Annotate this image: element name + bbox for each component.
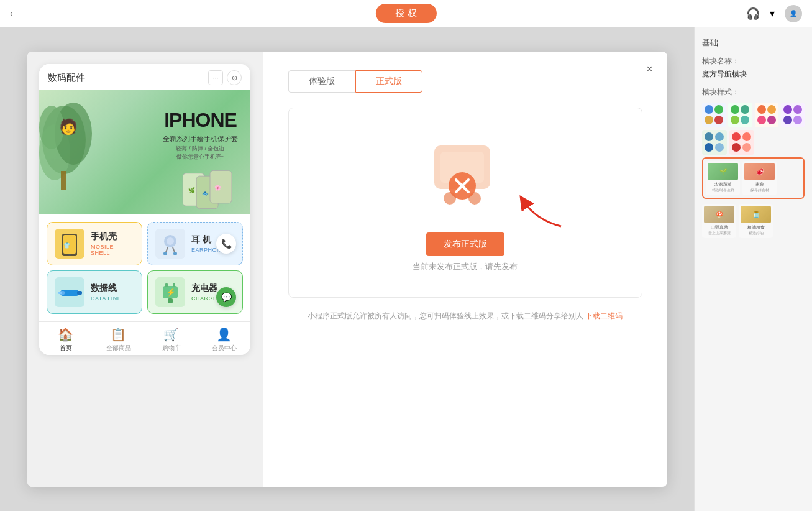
svg-point-22 bbox=[173, 252, 177, 255]
top-bar-left: ‹ bbox=[10, 9, 12, 18]
svg-rect-26 bbox=[77, 291, 82, 295]
selected-style-inner: 🌱 农家蔬菜 精选时令生鲜 🥩 家鲁 探寻好食材 bbox=[706, 161, 801, 195]
module-name-label: 模块名称： bbox=[702, 56, 805, 67]
target-icon[interactable]: ⊙ bbox=[227, 70, 242, 85]
svg-rect-30 bbox=[165, 283, 168, 287]
bottom-nav-home[interactable]: 🏠 首页 bbox=[39, 327, 92, 352]
style-card-oil-label1: 粮油粮食 bbox=[741, 224, 771, 231]
cart-icon: 🛒 bbox=[163, 327, 179, 342]
style-option-4[interactable] bbox=[781, 103, 805, 127]
style-option-3[interactable] bbox=[755, 103, 778, 127]
svg-rect-32 bbox=[168, 298, 173, 303]
top-bar-center: 授 权 bbox=[375, 4, 436, 23]
chevron-down-icon: ▾ bbox=[770, 7, 775, 19]
style-o3-c2 bbox=[767, 105, 776, 114]
float-phone-icon[interactable]: 📞 bbox=[216, 234, 236, 254]
content-panel: 体验版 正式版 bbox=[263, 52, 667, 487]
style-o6-c4 bbox=[742, 143, 751, 152]
style-o5-c2 bbox=[715, 132, 724, 141]
phone-header: 数码配件 ··· ⊙ bbox=[39, 64, 250, 90]
svg-rect-31 bbox=[173, 283, 175, 287]
preview-box: 发布正式版 当前未发布正式版，请先发布 bbox=[288, 108, 642, 298]
banner-tree-decoration bbox=[39, 90, 114, 190]
style-grid-row2 bbox=[702, 130, 805, 155]
banner-text-area: IPHONE 全新系列手绘手机保护套 轻薄 / 防摔 / 全包边 做你怎意心手机… bbox=[163, 109, 238, 161]
more-icon[interactable]: ··· bbox=[208, 70, 223, 85]
avatar[interactable]: 👤 bbox=[785, 5, 802, 22]
nav-item-mobile-shell-subtitle: MOBILE SHELL bbox=[91, 244, 134, 256]
style-o2-c4 bbox=[741, 116, 749, 124]
nav-item-charger-img: ⚡ bbox=[155, 277, 185, 307]
nav-item-data-line-subtitle: DATA LINE bbox=[91, 295, 134, 302]
authorize-button[interactable]: 授 权 bbox=[375, 4, 436, 23]
style-o3-c3 bbox=[757, 116, 766, 124]
nav-item-charger[interactable]: ⚡ 充电器 CHARGER 💬 bbox=[147, 270, 243, 314]
style-circle-green bbox=[714, 105, 723, 114]
style-o6-c2 bbox=[742, 132, 751, 141]
publish-button[interactable]: 发布正式版 bbox=[426, 232, 504, 256]
phone-mockup: 数码配件 ··· ⊙ bbox=[39, 64, 250, 355]
headphone-icon[interactable]: 🎧 bbox=[746, 7, 760, 21]
nav-item-mobile-shell[interactable]: 👕 手机壳 MOBILE SHELL bbox=[47, 222, 142, 265]
action-area: 发布正式版 当前未发布正式版，请先发布 bbox=[413, 232, 518, 272]
tab-trial[interactable]: 体验版 bbox=[288, 70, 355, 93]
right-panel: 基础 模块名称： 魔方导航模块 模块样式： bbox=[694, 27, 812, 511]
cart-label: 购物车 bbox=[162, 344, 181, 352]
bottom-nav-cart[interactable]: 🛒 购物车 bbox=[145, 327, 198, 352]
banner-girl-icon: 🧑 bbox=[59, 118, 78, 136]
style-card-oil-label2: 精选好油 bbox=[741, 231, 771, 236]
style-o4-c1 bbox=[783, 105, 792, 114]
error-cart-svg bbox=[416, 133, 515, 220]
nav-item-earphone[interactable]: 耳 机 EARPHONE 📞 bbox=[147, 222, 243, 265]
tab-official[interactable]: 正式版 bbox=[355, 70, 422, 93]
float-wechat-icon[interactable]: 💬 bbox=[216, 287, 236, 307]
style-option-5[interactable] bbox=[702, 130, 727, 155]
style-card-farm: 🌱 农家蔬菜 精选时令生鲜 bbox=[706, 161, 740, 195]
svg-point-14 bbox=[68, 254, 71, 256]
back-chevron-icon[interactable]: ‹ bbox=[10, 9, 12, 18]
products-label: 全部商品 bbox=[106, 344, 131, 352]
style-o2-c1 bbox=[731, 105, 739, 114]
style-card-farm-label2: 精选时令生鲜 bbox=[708, 188, 738, 193]
style-o4-c4 bbox=[793, 116, 802, 124]
phone-header-icons: ··· ⊙ bbox=[208, 70, 242, 85]
top-bar-right: 🎧 ▾ 👤 bbox=[746, 5, 802, 22]
style-circle-red bbox=[714, 116, 723, 124]
svg-point-21 bbox=[163, 252, 167, 255]
style-option-6[interactable] bbox=[729, 130, 754, 155]
banner-phone-cases-icon: 🌿 🐟 🌸 bbox=[176, 168, 244, 211]
svg-text:🐟: 🐟 bbox=[202, 190, 209, 197]
svg-point-18 bbox=[167, 237, 174, 245]
selected-style-card[interactable]: 🌱 农家蔬菜 精选时令生鲜 🥩 家鲁 探寻好食材 bbox=[702, 157, 805, 199]
style-o4-c2 bbox=[793, 105, 802, 114]
nav-item-data-line[interactable]: 数据线 DATA LINE bbox=[47, 270, 142, 314]
svg-text:⚡: ⚡ bbox=[167, 287, 176, 297]
style-o3-c4 bbox=[767, 116, 776, 124]
error-illustration bbox=[416, 133, 515, 220]
bottom-nav-member[interactable]: 👤 会员中心 bbox=[198, 327, 250, 352]
style-card-farm-img: 🌱 bbox=[708, 163, 738, 180]
publish-status-text: 当前未发布正式版，请先发布 bbox=[413, 261, 518, 272]
style-o6-c3 bbox=[732, 143, 741, 152]
nav-item-data-line-img bbox=[55, 277, 84, 307]
style-option-1[interactable] bbox=[702, 103, 726, 127]
info-text-content: 小程序正式版允许被所有人访问，您可扫码体验线上效果，或下载二维码分享给别人 bbox=[308, 311, 583, 320]
home-label: 首页 bbox=[60, 344, 72, 352]
svg-text:🌿: 🌿 bbox=[188, 186, 195, 194]
style-o2-c2 bbox=[741, 105, 749, 114]
download-qrcode-link[interactable]: 下载二维码 bbox=[585, 311, 623, 320]
modal-dialog: × 数码配件 ··· ⊙ bbox=[27, 52, 667, 487]
style-option-2[interactable] bbox=[728, 103, 752, 127]
close-button[interactable]: × bbox=[641, 60, 659, 78]
bottom-nav: 🏠 首页 📋 全部商品 🛒 购物车 👤 会员中心 bbox=[39, 321, 250, 355]
svg-text:👕: 👕 bbox=[63, 242, 71, 249]
bottom-nav-products[interactable]: 📋 全部商品 bbox=[92, 327, 145, 352]
member-label: 会员中心 bbox=[212, 344, 237, 352]
style-card-mushroom: 🍄 山野真菌 登上山采蘑菇 bbox=[702, 204, 736, 238]
style-o3-c1 bbox=[757, 105, 766, 114]
style-grid-row1 bbox=[702, 103, 805, 127]
style-o6-c1 bbox=[732, 132, 741, 141]
style-circle-blue bbox=[705, 105, 713, 114]
style-card-oil: 🫙 粮油粮食 精选好油 bbox=[739, 204, 773, 238]
member-icon: 👤 bbox=[216, 327, 232, 342]
